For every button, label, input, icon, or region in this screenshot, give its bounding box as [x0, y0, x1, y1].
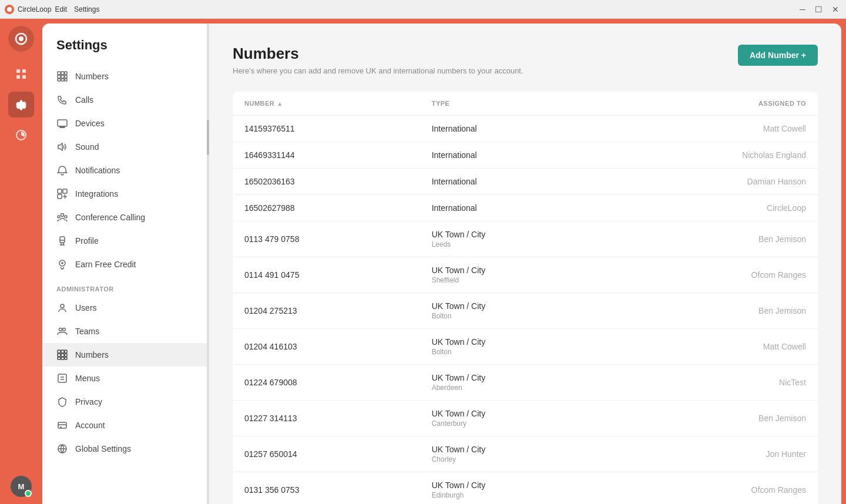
minimize-button[interactable]: ─ — [797, 5, 808, 14]
svg-rect-32 — [58, 350, 61, 353]
cell-assigned: Matt Cowell — [619, 342, 806, 351]
content-area: Numbers Here's where you can add and rem… — [209, 23, 841, 504]
sort-icon-number[interactable]: ▲ — [277, 100, 283, 107]
table-row[interactable]: 14159376511 International Matt Cowell — [233, 116, 818, 142]
sidebar-item-numbers[interactable]: Numbers — [42, 65, 207, 88]
conference-icon — [56, 211, 68, 223]
sidebar-label-privacy: Privacy — [75, 397, 102, 406]
cell-assigned: Damian Hanson — [619, 177, 806, 186]
cell-assigned: Ben Jemison — [619, 306, 806, 315]
cell-type: UK Town / City Bolton — [432, 301, 619, 320]
table-row[interactable]: 01204 275213 UK Town / City Bolton Ben J… — [233, 293, 818, 329]
sidebar-item-sound[interactable]: Sound — [42, 135, 207, 159]
table-header: NUMBER ▲ TYPE ASSIGNED TO — [233, 92, 818, 116]
sidebar-item-menus[interactable]: Menus — [42, 367, 207, 390]
sidebar-item-users[interactable]: Users — [42, 296, 207, 320]
cell-type: UK Town / City Canterbury — [432, 409, 619, 428]
svg-rect-16 — [65, 79, 67, 81]
cell-number: 16469331144 — [244, 150, 432, 160]
add-number-button[interactable]: Add Number + — [738, 45, 818, 66]
svg-rect-21 — [58, 189, 62, 193]
table-row[interactable]: 0114 491 0475 UK Town / City Sheffield O… — [233, 257, 818, 293]
sidebar-item-notifications[interactable]: Notifications — [42, 159, 207, 182]
sidebar-item-integrations[interactable]: Integrations — [42, 182, 207, 206]
sidebar: Settings Numbers Calls — [42, 23, 207, 504]
cell-assigned: Ben Jemison — [619, 234, 806, 244]
sidebar-item-calls[interactable]: Calls — [42, 88, 207, 112]
svg-rect-11 — [58, 75, 61, 78]
sidebar-item-conference-calling[interactable]: Conference Calling — [42, 206, 207, 229]
titlebar: CircleLoop Edit Settings ─ ☐ ✕ — [0, 0, 846, 19]
table-row[interactable]: 0131 356 0753 UK Town / City Edinburgh O… — [233, 472, 818, 504]
svg-rect-13 — [65, 75, 67, 78]
svg-rect-12 — [61, 75, 64, 78]
maximize-button[interactable]: ☐ — [813, 5, 825, 14]
cell-type: International — [432, 124, 619, 133]
sidebar-item-teams[interactable]: Teams — [42, 320, 207, 343]
sidebar-item-privacy[interactable]: Privacy — [42, 390, 207, 414]
app-container: M Settings Numbers — [0, 19, 846, 504]
sidebar-item-devices[interactable]: Devices — [42, 112, 207, 135]
scrollbar-thumb[interactable] — [207, 120, 209, 155]
calls-icon — [56, 94, 68, 106]
table-row[interactable]: 0113 479 0758 UK Town / City Leeds Ben J… — [233, 221, 818, 257]
cell-assigned: Matt Cowell — [619, 124, 806, 133]
table-row[interactable]: 01257 650014 UK Town / City Chorley Jon … — [233, 436, 818, 472]
svg-rect-44 — [58, 422, 66, 428]
table-row[interactable]: 16502627988 International CircleLoop — [233, 195, 818, 221]
sidebar-item-profile[interactable]: Profile — [42, 229, 207, 253]
sidebar-label-earn-credit: Earn Free Credit — [75, 260, 136, 269]
svg-point-0 — [7, 7, 12, 12]
numbers-admin-icon — [56, 349, 68, 361]
account-icon — [56, 419, 68, 431]
sidebar-label-teams: Teams — [75, 327, 99, 336]
page-subtitle: Here's where you can add and remove UK a… — [233, 66, 523, 75]
table-row[interactable]: 01227 314113 UK Town / City Canterbury B… — [233, 401, 818, 436]
sidebar-label-account: Account — [75, 421, 105, 430]
privacy-icon — [56, 396, 68, 408]
table-row[interactable]: 01204 416103 UK Town / City Bolton Matt … — [233, 329, 818, 365]
menu-settings[interactable]: Settings — [74, 5, 99, 14]
nav-grid[interactable] — [8, 61, 34, 87]
svg-point-26 — [65, 216, 67, 218]
profile-icon — [56, 235, 68, 247]
app-icon — [5, 5, 14, 14]
cell-type: UK Town / City Edinburgh — [432, 481, 619, 499]
svg-rect-3 — [16, 69, 20, 73]
titlebar-controls[interactable]: ─ ☐ ✕ — [797, 5, 841, 14]
cell-assigned: NicTest — [619, 378, 806, 387]
table-row[interactable]: 16502036163 International Damian Hanson — [233, 169, 818, 195]
svg-rect-6 — [22, 75, 26, 79]
svg-rect-36 — [61, 354, 64, 357]
app-logo — [8, 26, 34, 52]
svg-point-30 — [59, 328, 62, 331]
svg-rect-17 — [58, 120, 67, 126]
sidebar-item-numbers-admin[interactable]: Numbers — [42, 343, 207, 367]
table-row[interactable]: 01224 679008 UK Town / City Aberdeen Nic… — [233, 365, 818, 401]
users-icon — [56, 302, 68, 314]
nav-settings[interactable] — [8, 92, 34, 117]
admin-section-label: ADMINISTRATOR — [42, 276, 207, 296]
cell-assigned: Ben Jemison — [619, 414, 806, 423]
sidebar-label-devices: Devices — [75, 119, 105, 128]
svg-rect-8 — [58, 72, 61, 75]
svg-rect-39 — [61, 357, 64, 359]
sidebar-item-account[interactable]: Account — [42, 414, 207, 437]
table-row[interactable]: 16469331144 International Nicholas Engla… — [233, 142, 818, 169]
nav-analytics[interactable] — [8, 122, 34, 148]
cell-type: International — [432, 150, 619, 160]
cell-assigned: Jon Hunter — [619, 449, 806, 459]
cell-number: 01257 650014 — [244, 449, 432, 459]
cell-number: 16502036163 — [244, 177, 432, 186]
titlebar-left: CircleLoop Edit Settings — [5, 5, 99, 14]
close-button[interactable]: ✕ — [830, 5, 841, 14]
avatar[interactable]: M — [11, 476, 32, 497]
svg-rect-27 — [60, 237, 65, 243]
integrations-icon — [56, 188, 68, 200]
cell-type: UK Town / City Sheffield — [432, 266, 619, 284]
sidebar-item-global-settings[interactable]: Global Settings — [42, 437, 207, 461]
menu-edit[interactable]: Edit — [55, 5, 67, 14]
svg-rect-9 — [61, 72, 64, 75]
sidebar-item-earn-credit[interactable]: Earn Free Credit — [42, 253, 207, 276]
sidebar-label-numbers-admin: Numbers — [75, 350, 109, 359]
